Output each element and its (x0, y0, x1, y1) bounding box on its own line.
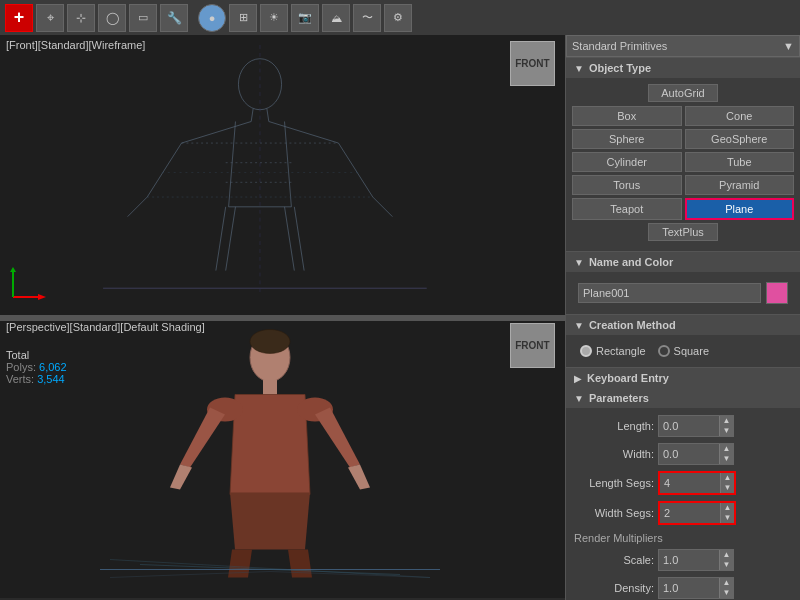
dropdown-label: Standard Primitives (572, 40, 667, 52)
camera-icon: 📷 (298, 11, 312, 24)
svg-line-7 (147, 143, 181, 197)
width-input[interactable] (659, 444, 719, 464)
viewport-front-label: [Front][Standard][Wireframe] (6, 39, 145, 51)
rotate-icon: ◯ (106, 11, 119, 25)
svg-line-5 (229, 122, 236, 207)
polys-value: 6,062 (39, 361, 67, 373)
width-increment[interactable]: ▲ (719, 444, 733, 454)
length-segs-increment[interactable]: ▲ (720, 473, 734, 483)
effect-icon: 〜 (362, 10, 373, 25)
creation-method-arrow-icon: ▼ (574, 320, 584, 331)
density-increment[interactable]: ▲ (719, 578, 733, 588)
length-segs-spinners: ▲ ▼ (720, 473, 734, 493)
svg-line-2 (267, 109, 269, 122)
front-cube-top[interactable]: FRONT (510, 41, 555, 86)
autogrid-button[interactable]: AutoGrid (648, 84, 718, 102)
name-color-content (566, 272, 800, 314)
front-cube-bottom-label: FRONT (515, 340, 549, 351)
settings-button[interactable]: 🔧 (160, 4, 188, 32)
width-decrement[interactable]: ▼ (719, 454, 733, 464)
obj-btn-cone[interactable]: Cone (685, 106, 795, 126)
length-increment[interactable]: ▲ (719, 416, 733, 426)
density-input[interactable] (659, 578, 719, 598)
viewports-container: [Front][Standard][Wireframe] FRONT (0, 35, 565, 600)
svg-line-8 (128, 197, 148, 217)
scale-input[interactable] (659, 550, 719, 570)
obj-btn-textplus[interactable]: TextPlus (648, 223, 718, 241)
square-option[interactable]: Square (658, 345, 709, 357)
grid-btn[interactable]: ⊞ (229, 4, 257, 32)
obj-btn-teapot[interactable]: Teapot (572, 198, 682, 220)
width-segs-spinners: ▲ ▼ (720, 503, 734, 523)
name-color-header[interactable]: ▼ Name and Color (566, 251, 800, 272)
width-segs-input-wrap: ▲ ▼ (658, 501, 736, 525)
length-segs-row: Length Segs: ▲ ▼ (566, 468, 800, 498)
viewport-divider[interactable] (0, 317, 565, 321)
util-btn[interactable]: ⚙ (384, 4, 412, 32)
width-segs-label: Width Segs: (574, 507, 654, 519)
name-color-title: Name and Color (589, 256, 673, 268)
width-spinners: ▲ ▼ (719, 444, 733, 464)
rectangle-radio[interactable] (580, 345, 592, 357)
density-row: Density: ▲ ▼ (566, 574, 800, 600)
front-cube-bottom[interactable]: FRONT (510, 323, 555, 368)
width-segs-increment[interactable]: ▲ (720, 503, 734, 513)
density-decrement[interactable]: ▼ (719, 588, 733, 598)
parameters-arrow-icon: ▼ (574, 393, 584, 404)
scale-button[interactable]: ▭ (129, 4, 157, 32)
obj-btn-geosphere[interactable]: GeoSphere (685, 129, 795, 149)
length-decrement[interactable]: ▼ (719, 426, 733, 436)
obj-btn-pyramid[interactable]: Pyramid (685, 175, 795, 195)
viewport-perspective[interactable]: [Perspective][Standard][Default Shading]… (0, 317, 565, 598)
length-input[interactable] (659, 416, 719, 436)
helper-btn[interactable]: ⛰ (322, 4, 350, 32)
scale-spinners: ▲ ▼ (719, 550, 733, 570)
camera-btn[interactable]: 📷 (291, 4, 319, 32)
obj-btn-sphere[interactable]: Sphere (572, 129, 682, 149)
select-button[interactable]: ⌖ (36, 4, 64, 32)
object-name-input[interactable] (578, 283, 761, 303)
square-radio[interactable] (658, 345, 670, 357)
obj-btn-box[interactable]: Box (572, 106, 682, 126)
obj-btn-torus[interactable]: Torus (572, 175, 682, 195)
right-panel: Standard Primitives ▼ ▼ Object Type Auto… (565, 35, 800, 600)
add-button[interactable]: + (5, 4, 33, 32)
obj-btn-plane[interactable]: Plane (685, 198, 795, 220)
color-swatch[interactable] (766, 282, 788, 304)
keyboard-entry-header[interactable]: ▶ Keyboard Entry (566, 367, 800, 388)
rotate-button[interactable]: ◯ (98, 4, 126, 32)
width-segs-decrement[interactable]: ▼ (720, 513, 734, 523)
length-segs-decrement[interactable]: ▼ (720, 483, 734, 493)
helper-icon: ⛰ (331, 12, 342, 24)
rectangle-option[interactable]: Rectangle (580, 345, 646, 357)
length-segs-input[interactable] (660, 473, 720, 493)
scale-increment[interactable]: ▲ (719, 550, 733, 560)
width-label: Width: (574, 448, 654, 460)
object-type-content: AutoGrid Box Cone Sphere GeoSphere Cylin… (566, 78, 800, 251)
svg-point-28 (250, 330, 290, 354)
obj-btn-cylinder[interactable]: Cylinder (572, 152, 682, 172)
sphere-mode-btn[interactable]: ● (198, 4, 226, 32)
polys-label: Polys: (6, 361, 36, 373)
viewport-perspective-label: [Perspective][Standard][Default Shading] (6, 321, 205, 333)
cursor-icon: ⌖ (47, 10, 54, 26)
wireframe-svg (70, 45, 450, 300)
viewport-stats: Total Polys: 6,062 Verts: 3,544 (6, 349, 67, 385)
object-type-header[interactable]: ▼ Object Type (566, 57, 800, 78)
scale-decrement[interactable]: ▼ (719, 560, 733, 570)
square-label: Square (674, 345, 709, 357)
width-input-wrap: ▲ ▼ (658, 443, 734, 465)
verts-label: Verts: (6, 373, 34, 385)
parameters-header[interactable]: ▼ Parameters (566, 388, 800, 408)
transform-button[interactable]: ⊹ (67, 4, 95, 32)
width-segs-input[interactable] (660, 503, 720, 523)
creation-method-header[interactable]: ▼ Creation Method (566, 314, 800, 335)
move-icon: ⊹ (76, 11, 86, 25)
scale-row: Scale: ▲ ▼ (566, 546, 800, 574)
light-btn[interactable]: ☀ (260, 4, 288, 32)
keyboard-entry-title: Keyboard Entry (587, 372, 669, 384)
obj-btn-tube[interactable]: Tube (685, 152, 795, 172)
effect-btn[interactable]: 〜 (353, 4, 381, 32)
standard-primitives-dropdown[interactable]: Standard Primitives ▼ (566, 35, 800, 57)
viewport-front[interactable]: [Front][Standard][Wireframe] FRONT (0, 35, 565, 317)
